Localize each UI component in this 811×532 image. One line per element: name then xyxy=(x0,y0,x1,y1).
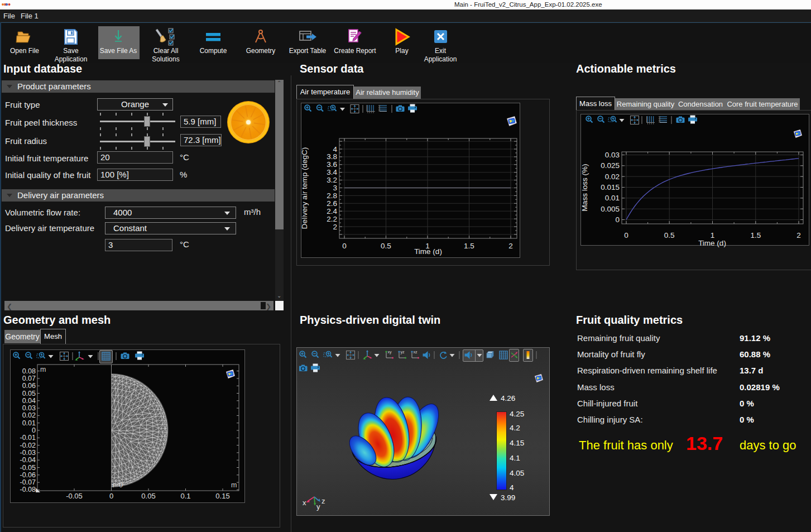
svg-text:0.08: 0.08 xyxy=(22,367,36,375)
svg-text:Time (d): Time (d) xyxy=(414,247,442,256)
svg-text:3.4: 3.4 xyxy=(327,168,337,176)
svg-text:0: 0 xyxy=(109,492,113,500)
svg-text:0.05: 0.05 xyxy=(141,492,155,500)
svg-text:yz: yz xyxy=(401,350,405,354)
svg-text:-0.02: -0.02 xyxy=(20,442,36,449)
svg-text:2.8: 2.8 xyxy=(327,191,337,200)
svg-text:0.02: 0.02 xyxy=(605,172,620,181)
svg-text:-0.05: -0.05 xyxy=(20,464,36,472)
svg-text:y: y xyxy=(316,502,320,511)
svg-text:0.015: 0.015 xyxy=(601,183,620,191)
svg-text:3.2: 3.2 xyxy=(327,176,337,184)
svg-text:0.5: 0.5 xyxy=(664,231,675,239)
svg-text:Delivery air temp (degC): Delivery air temp (degC) xyxy=(301,147,309,229)
svg-text:0.01: 0.01 xyxy=(605,194,620,202)
svg-text:r=0: r=0 xyxy=(113,481,123,489)
svg-text:0.05: 0.05 xyxy=(22,390,36,397)
svg-text:2.4: 2.4 xyxy=(327,207,337,215)
svg-text:0.01: 0.01 xyxy=(22,419,36,427)
svg-text:0.1: 0.1 xyxy=(180,492,190,500)
svg-text:Time (d): Time (d) xyxy=(698,239,726,247)
svg-text:4: 4 xyxy=(333,145,337,154)
svg-text:0.07: 0.07 xyxy=(22,375,36,382)
svg-text:0.025: 0.025 xyxy=(601,161,620,170)
svg-text:0: 0 xyxy=(624,231,628,239)
svg-text:0.005: 0.005 xyxy=(601,205,620,213)
svg-text:0.03: 0.03 xyxy=(605,151,620,159)
svg-text:0.15: 0.15 xyxy=(215,492,229,500)
svg-text:-0.05: -0.05 xyxy=(66,492,83,500)
svg-text:Mass loss (%): Mass loss (%) xyxy=(580,164,589,212)
svg-text:3.8: 3.8 xyxy=(327,152,337,161)
svg-text:2: 2 xyxy=(333,223,337,231)
svg-text:0: 0 xyxy=(342,242,347,250)
svg-text:-0.03: -0.03 xyxy=(20,449,36,457)
svg-text:2.2: 2.2 xyxy=(327,215,337,223)
svg-text:-0.04: -0.04 xyxy=(20,456,36,464)
svg-text:2.6: 2.6 xyxy=(327,199,337,208)
svg-text:-0.07: -0.07 xyxy=(20,478,36,486)
svg-text:-0.06: -0.06 xyxy=(20,471,36,479)
svg-text:xz: xz xyxy=(414,350,418,354)
svg-text:1: 1 xyxy=(711,231,715,239)
svg-text:0.5: 0.5 xyxy=(381,242,391,250)
svg-text:0.02: 0.02 xyxy=(22,411,36,419)
svg-text:m: m xyxy=(40,366,46,373)
svg-text:xy: xy xyxy=(388,350,392,354)
svg-text:3: 3 xyxy=(333,184,337,192)
svg-text:0.03: 0.03 xyxy=(22,404,36,412)
svg-text:-0.01: -0.01 xyxy=(20,434,36,442)
svg-text:3.6: 3.6 xyxy=(327,160,337,169)
svg-text:0: 0 xyxy=(32,426,36,434)
svg-text:0: 0 xyxy=(615,215,620,224)
svg-text:0.04: 0.04 xyxy=(22,397,36,405)
svg-text:2: 2 xyxy=(796,231,801,239)
svg-text:x: x xyxy=(303,499,306,507)
svg-text:1.5: 1.5 xyxy=(464,242,474,250)
svg-text:-0.08: -0.08 xyxy=(20,486,36,493)
svg-text:0.06: 0.06 xyxy=(22,382,36,390)
svg-text:m: m xyxy=(231,481,237,489)
svg-text:1.5: 1.5 xyxy=(750,231,761,239)
svg-text:2: 2 xyxy=(508,242,513,250)
svg-text:z: z xyxy=(321,497,325,505)
